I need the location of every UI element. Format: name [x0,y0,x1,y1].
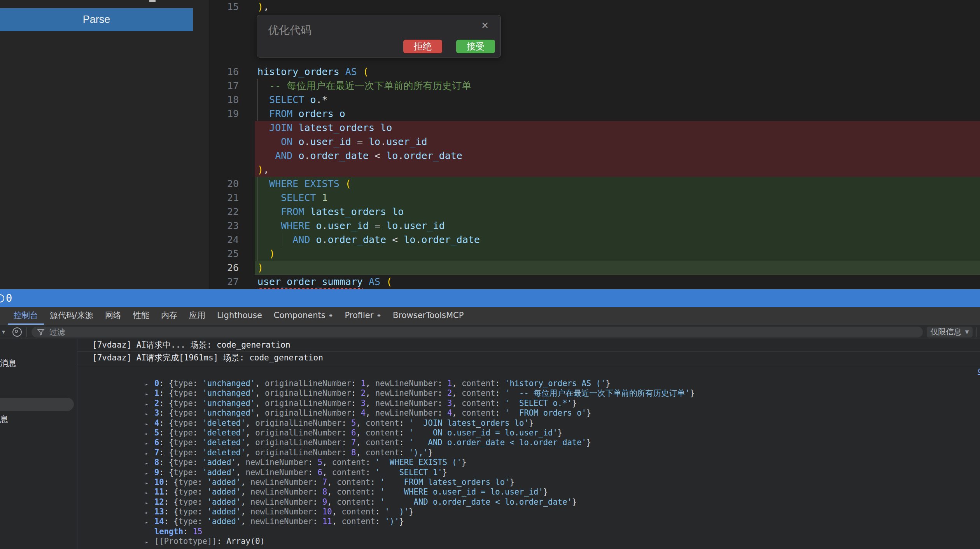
tab-Profiler[interactable]: Profiler⁕ [339,307,387,325]
indent-guide [257,205,258,219]
console-array-row[interactable]: ▸11: {type: 'added', newLineNumber: 8, c… [145,487,980,497]
tab-性能[interactable]: 性能 [127,307,155,325]
line-number: 26 [209,261,255,275]
chevron-right-icon[interactable]: ▸ [145,409,154,419]
source-link[interactable]: o [978,364,980,377]
code-line[interactable]: 21 SELECT 1 [209,191,980,205]
line-content: ) [255,261,980,275]
code-line[interactable]: AND o.order_date < lo.order_date [209,149,980,163]
code-line[interactable]: 15), [209,0,980,14]
code-line[interactable]: 20 WHERE EXISTS ( [209,177,980,191]
code-line[interactable]: 17 -- 每位用户在最近一次下单前的所有历史订单 [209,79,980,93]
reject-button[interactable]: 拒绝 [403,40,442,53]
console-array-row[interactable]: ▸0: {type: 'unchanged', originalLineNumb… [145,379,980,388]
chevron-right-icon[interactable]: ▸ [145,449,154,458]
console-array-row[interactable]: ▸7: {type: 'deleted', originalLineNumber… [145,448,980,458]
prototype-row[interactable]: ▸[[Prototype]]: Array(0) [145,537,980,546]
line-content: WHERE o.user_id = lo.user_id [255,219,980,233]
console-array-row[interactable]: ▸14: {type: 'added', newLineNumber: 11, … [145,517,980,526]
accept-button[interactable]: 接受 [456,40,495,53]
tab-BrowserToolsMCP[interactable]: BrowserToolsMCP [387,307,469,325]
chevron-right-icon[interactable]: ▸ [145,399,154,409]
chevron-right-icon[interactable]: ▸ [145,379,154,389]
code-line[interactable]: 24 AND o.order_date < lo.order_date [209,233,980,247]
code-line[interactable]: JOIN latest_orders lo [209,121,980,135]
sidebar-item-selected[interactable] [0,398,74,411]
tab-内存[interactable]: 内存 [155,307,183,325]
chevron-right-icon[interactable]: ▸ [145,488,154,498]
chevron-down-icon[interactable]: ▾ [0,328,7,336]
console-array-row[interactable]: ▸2: {type: 'unchanged', originalLineNumb… [145,399,980,408]
tab-应用[interactable]: 应用 [183,307,211,325]
code-lines: 16history_orders AS (17 -- 每位用户在最近一次下单前的… [209,65,980,289]
code-line[interactable]: 23 WHERE o.user_id = lo.user_id [209,219,980,233]
inline-widget-zone: 优化代码 × 拒绝 接受 [209,14,980,65]
chevron-right-icon[interactable]: ▸ [145,498,154,508]
code-line[interactable]: ON o.user_id = lo.user_id [209,135,980,149]
code-line[interactable]: ), [209,163,980,177]
line-content: ), [255,163,980,177]
chevron-right-icon[interactable]: ▸ [145,518,154,527]
console-array-row[interactable]: ▸4: {type: 'deleted', originalLineNumber… [145,418,980,428]
toolbar-divider [976,327,977,337]
filter-input[interactable] [49,327,843,337]
console-array-row[interactable]: ▸10: {type: 'added', newLineNumber: 7, c… [145,477,980,487]
filter-pill[interactable] [32,327,923,337]
code-line[interactable]: 18 SELECT o.* [209,93,980,107]
line-content: FROM orders o [255,107,980,121]
console-sidebar: 消息 息 [0,339,77,549]
sidebar-item-messages[interactable]: 消息 [0,358,16,369]
console-array-row[interactable]: ▸3: {type: 'unchanged', originalLineNumb… [145,408,980,418]
console-array-row[interactable]: ▸5: {type: 'deleted', originalLineNumber… [145,428,980,438]
line-content: ), [255,0,980,14]
console-array-row[interactable]: ▸9: {type: 'added', newLineNumber: 6, co… [145,468,980,477]
chevron-right-icon[interactable]: ▸ [145,419,154,429]
close-icon[interactable]: × [481,20,489,31]
indent-guide [257,219,258,233]
sidebar-item-info[interactable]: 息 [0,414,8,425]
chevron-right-icon[interactable]: ▸ [145,439,154,448]
code-line[interactable]: 22 FROM latest_orders lo [209,205,980,219]
code-editor[interactable]: 15), 优化代码 × 拒绝 接受 16history_orders AS (1… [209,0,980,289]
tab-源代码/来源[interactable]: 源代码/来源 [44,307,99,325]
code-line[interactable]: 19 FROM orders o [209,107,980,121]
chevron-right-icon[interactable]: ▸ [145,458,154,468]
console-array-row[interactable]: ▸1: {type: 'unchanged', originalLineNumb… [145,388,980,398]
indent-guide [257,233,258,247]
code-line[interactable]: 25 ) [209,247,980,261]
chevron-right-icon[interactable]: ▸ [145,469,154,478]
tab-Lighthouse[interactable]: Lighthouse [211,307,268,325]
chevron-right-icon[interactable]: ▸ [145,389,154,399]
code-line[interactable]: 26) [209,261,980,275]
live-expression-eye-icon[interactable] [12,327,22,337]
line-number: 22 [209,205,255,219]
chevron-right-icon[interactable]: ▸ [145,429,154,439]
line-content: ) [255,247,980,261]
console-array-row[interactable]: ▸12: {type: 'added', newLineNumber: 9, c… [145,497,980,507]
toolbar-divider [26,327,27,337]
console-array-row[interactable]: ▸6: {type: 'deleted', originalLineNumber… [145,438,980,448]
chevron-right-icon[interactable]: ▸ [145,478,154,488]
console-array-row[interactable]: ▸13: {type: 'added', newLineNumber: 10, … [145,507,980,517]
scrollbar-fragment [149,0,156,2]
parse-button[interactable]: Parse [0,8,193,31]
line-number: 25 [209,247,255,261]
line-content: AND o.order_date < lo.order_date [255,233,980,247]
code-line[interactable]: 16history_orders AS ( [209,65,980,79]
status-count: 0 [6,292,12,304]
devtools-tabbar: 控制台源代码/来源网络性能内存应用LighthouseComponents⁕Pr… [0,307,980,325]
line-number: 27 [209,275,255,289]
chevron-right-icon[interactable]: ▸ [145,537,154,547]
console-log-row[interactable]: [7vdaaz] AI请求完成[1961ms] 场景: code_generat… [77,351,980,364]
console-log-row[interactable]: [7vdaaz] AI请求中... 场景: code_generation [77,339,980,351]
log-level-dropdown[interactable]: 仅限信息 ▼ [927,327,973,337]
console-array-row[interactable]: ▸8: {type: 'added', newLineNumber: 5, co… [145,458,980,467]
tab-控制台[interactable]: 控制台 [8,307,44,325]
tab-网络[interactable]: 网络 [99,307,127,325]
status-info-bar[interactable]: 0 [0,289,980,307]
indent-guide [281,233,281,247]
console-array-header[interactable]: diffLines▾(15)[{…}, {…}, {…}, {…}, {…}, … [77,364,980,377]
tab-Components[interactable]: Components⁕ [268,307,339,325]
chevron-right-icon[interactable]: ▸ [145,508,154,518]
code-line[interactable]: 27user_order_summary AS ( [209,275,980,289]
